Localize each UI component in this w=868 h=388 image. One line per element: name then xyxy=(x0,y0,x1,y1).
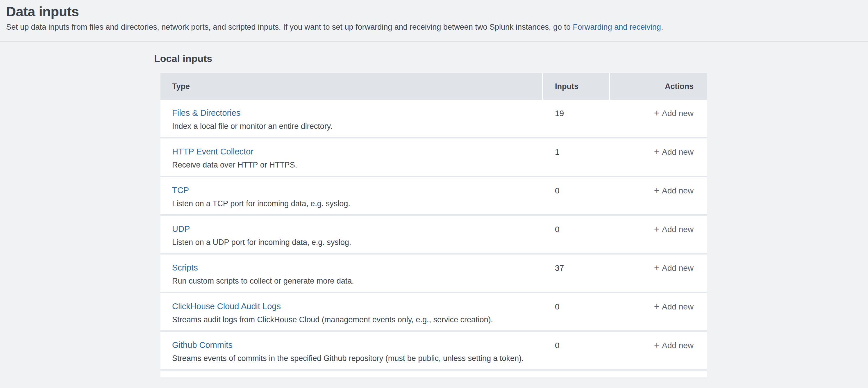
input-type-link[interactable]: Github Commits xyxy=(172,340,232,350)
actions-cell: +Add new xyxy=(610,216,707,253)
input-type-description: Index a local file or monitor an entire … xyxy=(172,122,543,130)
page-subtitle: Set up data inputs from files and direct… xyxy=(6,22,868,32)
inputs-count: 37 xyxy=(543,255,610,292)
page-header: Data inputs Set up data inputs from file… xyxy=(0,0,868,41)
subtitle-text-before: Set up data inputs from files and direct… xyxy=(6,23,573,31)
add-new-button[interactable]: +Add new xyxy=(654,302,693,311)
inputs-count: 0 xyxy=(543,177,610,214)
add-new-button[interactable]: +Add new xyxy=(654,225,693,234)
type-cell: TCP Listen on a TCP port for incoming da… xyxy=(160,177,543,214)
table-row: Files & Directories Index a local file o… xyxy=(160,100,707,139)
add-new-button[interactable]: +Add new xyxy=(654,341,693,350)
input-type-link[interactable]: Scripts xyxy=(172,263,198,272)
input-type-link[interactable]: TCP xyxy=(172,185,189,195)
plus-icon: + xyxy=(654,262,659,273)
add-new-label: Add new xyxy=(662,302,693,311)
add-new-button[interactable]: +Add new xyxy=(654,147,693,156)
input-type-link[interactable]: UDP xyxy=(172,224,190,234)
input-type-description: Receive data over HTTP or HTTPS. xyxy=(172,160,543,169)
add-new-button[interactable]: +Add new xyxy=(654,186,693,195)
table-header-row: Type Inputs Actions xyxy=(160,73,707,100)
column-header-inputs: Inputs xyxy=(543,73,609,100)
table-row: TCP Listen on a TCP port for incoming da… xyxy=(160,177,707,216)
forwarding-and-receiving-link[interactable]: Forwarding and receiving xyxy=(573,23,661,31)
type-cell: HTTP Event Collector Receive data over H… xyxy=(160,139,543,176)
type-cell: UDP Listen on a UDP port for incoming da… xyxy=(160,216,543,253)
table-row: ClickHouse Cloud Audit Logs Streams audi… xyxy=(160,293,707,332)
plus-icon: + xyxy=(654,224,659,234)
subtitle-text-after: . xyxy=(661,23,663,31)
actions-cell: +Add new xyxy=(610,139,707,176)
page-content: Local inputs Type Inputs Actions Files &… xyxy=(0,53,868,377)
add-new-button[interactable]: +Add new xyxy=(654,264,693,272)
inputs-count: 0 xyxy=(543,216,610,253)
add-new-label: Add new xyxy=(662,186,693,195)
table-row: HTTP Event Collector Receive data over H… xyxy=(160,139,707,177)
type-cell: ClickHouse Cloud Audit Logs Streams audi… xyxy=(160,293,543,330)
column-header-type: Type xyxy=(160,73,542,100)
input-type-link[interactable]: HTTP Event Collector xyxy=(172,147,253,156)
inputs-count: 1 xyxy=(543,139,610,176)
actions-cell: +Add new xyxy=(610,100,707,137)
add-new-label: Add new xyxy=(662,264,693,272)
table-row: Github Commits Streams events of commits… xyxy=(160,332,707,370)
type-cell: Github Commits Streams events of commits… xyxy=(160,332,543,369)
inputs-count: 19 xyxy=(543,100,610,137)
input-type-description: Streams events of commits in the specifi… xyxy=(172,354,543,363)
input-type-link[interactable]: ClickHouse Cloud Audit Logs xyxy=(172,302,281,311)
table-row: UDP Listen on a UDP port for incoming da… xyxy=(160,216,707,255)
add-new-label: Add new xyxy=(662,341,693,350)
type-cell: Files & Directories Index a local file o… xyxy=(160,100,543,137)
actions-cell: +Add new xyxy=(610,255,707,292)
inputs-count: 0 xyxy=(543,293,610,330)
plus-icon: + xyxy=(654,301,659,312)
plus-icon: + xyxy=(654,340,659,351)
input-type-description: Run custom scripts to collect or generat… xyxy=(172,277,543,285)
inputs-count: 0 xyxy=(543,332,610,369)
plus-icon: + xyxy=(654,185,659,196)
add-new-label: Add new xyxy=(662,109,693,118)
partial-next-row xyxy=(160,370,707,377)
page-title: Data inputs xyxy=(6,4,868,20)
add-new-label: Add new xyxy=(662,225,693,234)
table-body: Files & Directories Index a local file o… xyxy=(160,100,707,370)
type-cell: Scripts Run custom scripts to collect or… xyxy=(160,255,543,292)
plus-icon: + xyxy=(654,146,659,157)
table-row: Scripts Run custom scripts to collect or… xyxy=(160,255,707,293)
column-header-actions: Actions xyxy=(610,73,707,100)
input-type-link[interactable]: Files & Directories xyxy=(172,108,240,118)
input-type-description: Listen on a TCP port for incoming data, … xyxy=(172,199,543,208)
plus-icon: + xyxy=(654,108,659,118)
add-new-button[interactable]: +Add new xyxy=(654,109,693,118)
local-inputs-table: Type Inputs Actions Files & Directories … xyxy=(160,73,707,377)
input-type-description: Streams audit logs from ClickHouse Cloud… xyxy=(172,315,543,324)
add-new-label: Add new xyxy=(662,147,693,156)
input-type-description: Listen on a UDP port for incoming data, … xyxy=(172,238,543,247)
actions-cell: +Add new xyxy=(610,332,707,369)
actions-cell: +Add new xyxy=(610,177,707,214)
local-inputs-heading: Local inputs xyxy=(154,53,868,64)
actions-cell: +Add new xyxy=(610,293,707,330)
